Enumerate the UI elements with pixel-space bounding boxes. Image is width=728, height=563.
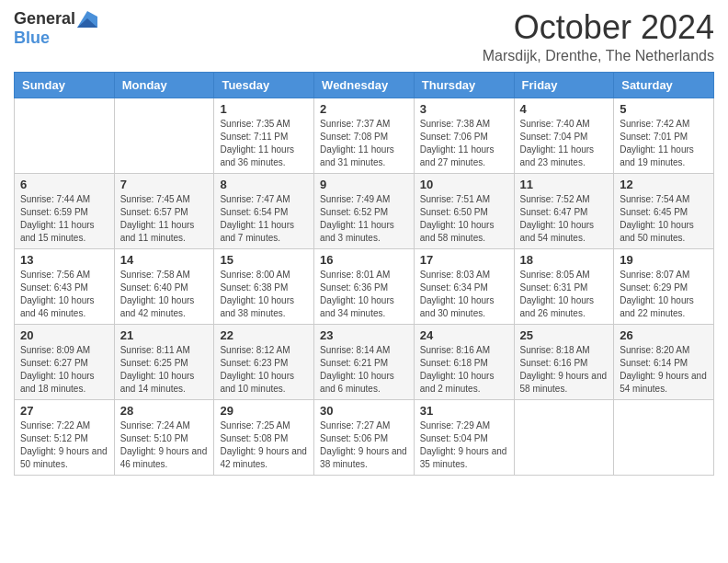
calendar-week-row: 13Sunrise: 7:56 AMSunset: 6:43 PMDayligh… [15,248,714,324]
day-info: Sunrise: 7:29 AMSunset: 5:04 PMDaylight:… [420,419,508,471]
day-number: 14 [120,253,209,267]
day-number: 1 [220,102,308,116]
day-info: Sunrise: 7:54 AMSunset: 6:45 PMDaylight:… [620,193,708,245]
calendar-header-saturday: Saturday [614,72,714,98]
day-info: Sunrise: 7:47 AMSunset: 6:54 PMDaylight:… [220,193,308,245]
day-info: Sunrise: 7:37 AMSunset: 7:08 PMDaylight:… [320,118,408,169]
day-info: Sunrise: 7:45 AMSunset: 6:57 PMDaylight:… [120,193,209,245]
day-info: Sunrise: 7:44 AMSunset: 6:59 PMDaylight:… [20,193,108,245]
page: General Blue October 2024 Marsdijk, Dren… [0,0,728,563]
day-info: Sunrise: 7:24 AMSunset: 5:10 PMDaylight:… [120,419,209,471]
calendar-cell: 28Sunrise: 7:24 AMSunset: 5:10 PMDayligh… [114,399,214,475]
calendar-cell: 20Sunrise: 8:09 AMSunset: 6:27 PMDayligh… [15,324,115,399]
calendar-cell: 8Sunrise: 7:47 AMSunset: 6:54 PMDaylight… [214,173,314,248]
day-info: Sunrise: 7:25 AMSunset: 5:08 PMDaylight:… [220,419,308,471]
day-number: 27 [20,404,108,418]
day-number: 29 [220,404,308,418]
logo-blue-text: Blue [14,29,50,47]
calendar-cell: 30Sunrise: 7:27 AMSunset: 5:06 PMDayligh… [314,399,415,475]
calendar-week-row: 27Sunrise: 7:22 AMSunset: 5:12 PMDayligh… [15,399,714,475]
title-section: October 2024 Marsdijk, Drenthe, The Neth… [483,9,714,64]
calendar-cell [114,98,214,173]
calendar-cell: 18Sunrise: 8:05 AMSunset: 6:31 PMDayligh… [514,248,614,324]
calendar-cell: 9Sunrise: 7:49 AMSunset: 6:52 PMDaylight… [314,173,415,248]
calendar-week-row: 1Sunrise: 7:35 AMSunset: 7:11 PMDaylight… [15,98,714,173]
day-info: Sunrise: 8:03 AMSunset: 6:34 PMDaylight:… [420,269,508,320]
day-number: 30 [320,404,408,418]
day-info: Sunrise: 8:20 AMSunset: 6:14 PMDaylight:… [620,344,708,396]
calendar-cell: 22Sunrise: 8:12 AMSunset: 6:23 PMDayligh… [214,324,314,399]
calendar-header-friday: Friday [514,72,614,98]
day-info: Sunrise: 7:35 AMSunset: 7:11 PMDaylight:… [220,118,308,169]
calendar-cell: 4Sunrise: 7:40 AMSunset: 7:04 PMDaylight… [514,98,614,173]
day-number: 25 [520,328,609,342]
day-number: 15 [220,253,308,267]
day-number: 11 [520,178,609,191]
day-info: Sunrise: 7:40 AMSunset: 7:04 PMDaylight:… [520,118,609,169]
calendar-header-monday: Monday [114,72,214,98]
day-number: 3 [420,102,508,116]
calendar-header-wednesday: Wednesday [314,72,415,98]
day-number: 21 [120,328,209,342]
calendar-cell: 21Sunrise: 8:11 AMSunset: 6:25 PMDayligh… [114,324,214,399]
day-info: Sunrise: 8:12 AMSunset: 6:23 PMDaylight:… [220,344,308,396]
location-title: Marsdijk, Drenthe, The Netherlands [483,48,714,64]
day-info: Sunrise: 8:16 AMSunset: 6:18 PMDaylight:… [420,344,508,396]
day-number: 5 [620,102,708,116]
calendar: SundayMondayTuesdayWednesdayThursdayFrid… [14,72,714,476]
day-number: 7 [120,178,209,191]
calendar-cell: 23Sunrise: 8:14 AMSunset: 6:21 PMDayligh… [314,324,415,399]
day-number: 26 [620,328,708,342]
calendar-cell: 16Sunrise: 8:01 AMSunset: 6:36 PMDayligh… [314,248,415,324]
day-number: 17 [420,253,508,267]
calendar-cell: 13Sunrise: 7:56 AMSunset: 6:43 PMDayligh… [15,248,115,324]
day-info: Sunrise: 7:56 AMSunset: 6:43 PMDaylight:… [20,269,108,320]
calendar-cell [514,399,614,475]
day-number: 6 [20,178,108,191]
day-info: Sunrise: 7:58 AMSunset: 6:40 PMDaylight:… [120,269,209,320]
calendar-week-row: 20Sunrise: 8:09 AMSunset: 6:27 PMDayligh… [15,324,714,399]
day-number: 12 [620,178,708,191]
day-info: Sunrise: 8:11 AMSunset: 6:25 PMDaylight:… [120,344,209,396]
header: General Blue October 2024 Marsdijk, Dren… [14,9,714,64]
day-number: 20 [20,328,108,342]
calendar-cell: 7Sunrise: 7:45 AMSunset: 6:57 PMDaylight… [114,173,214,248]
calendar-cell: 31Sunrise: 7:29 AMSunset: 5:04 PMDayligh… [414,399,514,475]
calendar-cell [15,98,115,173]
day-number: 8 [220,178,308,191]
day-info: Sunrise: 7:27 AMSunset: 5:06 PMDaylight:… [320,419,408,471]
calendar-cell: 2Sunrise: 7:37 AMSunset: 7:08 PMDaylight… [314,98,415,173]
calendar-cell: 15Sunrise: 8:00 AMSunset: 6:38 PMDayligh… [214,248,314,324]
day-number: 24 [420,328,508,342]
day-number: 10 [420,178,508,191]
day-info: Sunrise: 7:52 AMSunset: 6:47 PMDaylight:… [520,193,609,245]
calendar-cell [614,399,714,475]
day-number: 22 [220,328,308,342]
day-number: 31 [420,404,508,418]
day-number: 2 [320,102,408,116]
day-info: Sunrise: 7:22 AMSunset: 5:12 PMDaylight:… [20,419,108,471]
calendar-cell: 24Sunrise: 8:16 AMSunset: 6:18 PMDayligh… [414,324,514,399]
day-info: Sunrise: 7:42 AMSunset: 7:01 PMDaylight:… [620,118,708,169]
day-info: Sunrise: 8:09 AMSunset: 6:27 PMDaylight:… [20,344,108,396]
day-number: 16 [320,253,408,267]
calendar-header-row: SundayMondayTuesdayWednesdayThursdayFrid… [15,72,714,98]
calendar-cell: 11Sunrise: 7:52 AMSunset: 6:47 PMDayligh… [514,173,614,248]
calendar-week-row: 6Sunrise: 7:44 AMSunset: 6:59 PMDaylight… [15,173,714,248]
logo: General Blue [14,9,97,48]
calendar-cell: 29Sunrise: 7:25 AMSunset: 5:08 PMDayligh… [214,399,314,475]
calendar-cell: 26Sunrise: 8:20 AMSunset: 6:14 PMDayligh… [614,324,714,399]
month-title: October 2024 [483,9,714,46]
calendar-cell: 3Sunrise: 7:38 AMSunset: 7:06 PMDaylight… [414,98,514,173]
calendar-header-sunday: Sunday [15,72,115,98]
day-number: 18 [520,253,609,267]
calendar-cell: 12Sunrise: 7:54 AMSunset: 6:45 PMDayligh… [614,173,714,248]
logo-general-text: General [14,9,75,29]
day-info: Sunrise: 8:14 AMSunset: 6:21 PMDaylight:… [320,344,408,396]
calendar-cell: 17Sunrise: 8:03 AMSunset: 6:34 PMDayligh… [414,248,514,324]
calendar-header-tuesday: Tuesday [214,72,314,98]
day-info: Sunrise: 8:05 AMSunset: 6:31 PMDaylight:… [520,269,609,320]
calendar-cell: 14Sunrise: 7:58 AMSunset: 6:40 PMDayligh… [114,248,214,324]
day-info: Sunrise: 7:38 AMSunset: 7:06 PMDaylight:… [420,118,508,169]
day-number: 13 [20,253,108,267]
